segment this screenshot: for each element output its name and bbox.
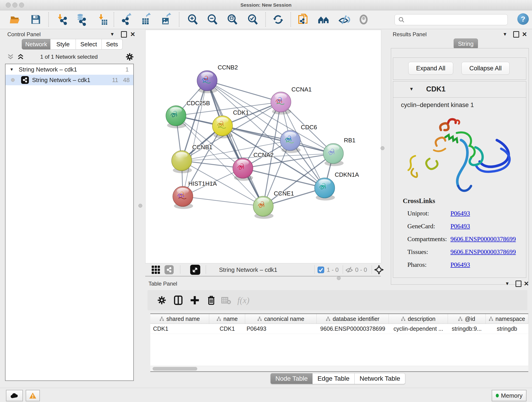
function-builder-icon-disabled: f(x) — [237, 295, 249, 305]
table-cell[interactable]: CDK1 — [150, 324, 209, 334]
create-column-plus-icon[interactable] — [190, 295, 200, 305]
table-panel-close-icon[interactable]: ✕ — [524, 280, 529, 287]
left-splitter-handle[interactable] — [138, 204, 142, 208]
open-file-button[interactable] — [9, 13, 22, 26]
tab-style[interactable]: Style — [51, 39, 76, 50]
import-table-button[interactable] — [96, 13, 109, 26]
column-header-shared-name[interactable]: shared name — [150, 314, 209, 324]
collapse-all-button[interactable]: Collapse All — [462, 62, 510, 75]
column-header-label: namespace — [496, 316, 525, 322]
right-splitter-handle[interactable] — [380, 146, 385, 150]
network-collection-row[interactable]: ▼ String Network – cdk1 1 — [6, 64, 133, 75]
network-node-CDC6[interactable]: CDC6 — [280, 124, 317, 153]
expand-all-button[interactable]: Expand All — [408, 62, 453, 75]
table-panel-float-icon[interactable] — [515, 281, 521, 287]
fit-content-crosshair-icon[interactable] — [374, 265, 384, 275]
export-image-button[interactable] — [159, 13, 173, 26]
table-cell[interactable]: stringdb:9... — [448, 324, 486, 334]
network-view-canvas[interactable]: CCNB2CCNA1CDC25BCDK1CDC6RB1CCNB1CCNA2CDK… — [145, 30, 381, 263]
crosslink-compartments-link[interactable]: 9606.ENSP00000378699 — [450, 235, 516, 243]
tab-network-table[interactable]: Network Table — [355, 373, 405, 384]
column-header-database-identifier[interactable]: database identifier — [317, 314, 389, 324]
export-table-button[interactable] — [139, 13, 153, 26]
network-options-gear-icon[interactable] — [125, 52, 134, 61]
eye-button[interactable] — [357, 13, 370, 26]
export-network-button[interactable] — [120, 13, 133, 26]
help-button[interactable]: ? — [517, 13, 529, 25]
network-row[interactable]: String Network – cdk1 11 48 — [6, 75, 133, 85]
tab-select[interactable]: Select — [76, 39, 102, 50]
first-neighbors-button[interactable] — [317, 13, 330, 26]
table-cell[interactable]: 9606.ENSP00000378699 — [317, 324, 389, 334]
cloud-button[interactable] — [6, 390, 23, 401]
zoom-selected-button[interactable] — [246, 13, 259, 26]
network-node-CCNA1[interactable]: CCNA1 — [271, 86, 312, 115]
zoom-in-button[interactable] — [186, 13, 199, 26]
refresh-button[interactable] — [272, 13, 285, 26]
tab-node-table[interactable]: Node Table — [270, 373, 313, 384]
crosslink-uniprot-link[interactable]: P06493 — [450, 210, 470, 217]
control-panel-collapse-icon[interactable]: ▼ — [110, 32, 114, 37]
column-header-description[interactable]: description — [389, 314, 448, 324]
table-cell[interactable]: cyclin-dependent ... — [389, 324, 448, 334]
save-session-button[interactable] — [29, 13, 42, 26]
horizontal-scrollbar[interactable] — [150, 366, 528, 371]
birds-eye-view-button[interactable] — [190, 265, 200, 275]
warnings-button[interactable] — [26, 390, 40, 401]
collection-expand-caret[interactable]: ▼ — [10, 67, 14, 72]
delete-column-trash-icon[interactable] — [206, 295, 216, 306]
search-input[interactable] — [407, 16, 507, 23]
control-panel-float-icon[interactable] — [121, 31, 127, 38]
tab-string[interactable]: String — [454, 38, 478, 49]
node-label-CCNB2: CCNB2 — [218, 64, 238, 71]
network-node-RB1[interactable]: RB1 — [323, 137, 355, 166]
table-cell[interactable]: stringdb — [486, 324, 528, 334]
selected-checkbox[interactable] — [317, 267, 324, 273]
zoom-out-button[interactable] — [206, 13, 219, 26]
import-network-database-button[interactable] — [75, 13, 88, 26]
tab-sets[interactable]: Sets — [102, 39, 123, 50]
tab-edge-table[interactable]: Edge Table — [312, 373, 355, 384]
column-header--id[interactable]: @id — [448, 314, 486, 324]
table-options-gear-icon[interactable] — [157, 295, 167, 305]
search-field[interactable] — [394, 14, 508, 25]
tab-network[interactable]: Network — [22, 39, 51, 50]
zoom-in-icon — [186, 13, 199, 26]
show-columns-icon[interactable] — [173, 295, 183, 305]
results-panel-close-icon[interactable]: ✕ — [522, 31, 527, 38]
column-header-canonical-name[interactable]: canonical name — [245, 314, 317, 324]
table-row[interactable]: CDK1CDK1P064939606.ENSP00000378699cyclin… — [150, 324, 528, 334]
table-panel-collapse-icon[interactable]: ▼ — [505, 281, 510, 286]
network-edge-CCNB2-CCNA1[interactable] — [207, 81, 281, 102]
results-panel-collapse-icon[interactable]: ▼ — [503, 32, 507, 37]
network-node-CDKN1A[interactable]: CDKN1A — [315, 171, 359, 201]
table-cell[interactable]: CDK1 — [209, 324, 245, 334]
zoom-fit-button[interactable] — [226, 13, 239, 26]
crosslink-genecard-link[interactable]: P06493 — [450, 223, 470, 230]
network-edge-CCNB2-CCNE1[interactable] — [207, 81, 263, 206]
network-view-icon[interactable] — [165, 265, 174, 274]
column-type-icon — [216, 317, 221, 321]
grid-view-icon[interactable] — [151, 265, 160, 274]
column-header-name[interactable]: name — [209, 314, 245, 324]
node-entry-header[interactable]: ▼ CDK1 — [393, 81, 526, 98]
results-panel-float-icon[interactable] — [513, 31, 519, 38]
column-header-namespace[interactable]: namespace — [486, 314, 528, 324]
network-edge-CCNB2-HIST1H1A[interactable] — [183, 81, 207, 196]
table-cell[interactable]: P06493 — [245, 324, 317, 334]
show-hide-button[interactable] — [337, 13, 350, 26]
entry-collapse-caret[interactable]: ▼ — [409, 86, 414, 92]
crosslink-pharos-link[interactable]: P06493 — [450, 261, 470, 268]
network-node-CCNE1[interactable]: CCNE1 — [253, 190, 294, 219]
network-node-HIST1H1A[interactable]: HIST1H1A — [173, 180, 217, 209]
network-edge-HIST1H1A-CCNE1[interactable] — [183, 196, 263, 206]
crosslink-tissues-link[interactable]: 9606.ENSP00000378699 — [450, 248, 516, 255]
string-results-container: Expand All Collapse All ▼ CDK1 cyclin–de… — [391, 48, 529, 285]
memory-button[interactable]: Memory — [492, 390, 526, 401]
import-network-file-button[interactable] — [56, 13, 69, 26]
scrollbar-thumb[interactable] — [152, 367, 197, 370]
network-graph[interactable]: CCNB2CCNA1CDC25BCDK1CDC6RB1CCNB1CCNA2CDK… — [146, 30, 380, 263]
control-panel-close-icon[interactable]: ✕ — [130, 31, 135, 38]
clone-network-button[interactable] — [297, 13, 310, 26]
network-node-CCNB2[interactable]: CCNB2 — [197, 64, 238, 93]
